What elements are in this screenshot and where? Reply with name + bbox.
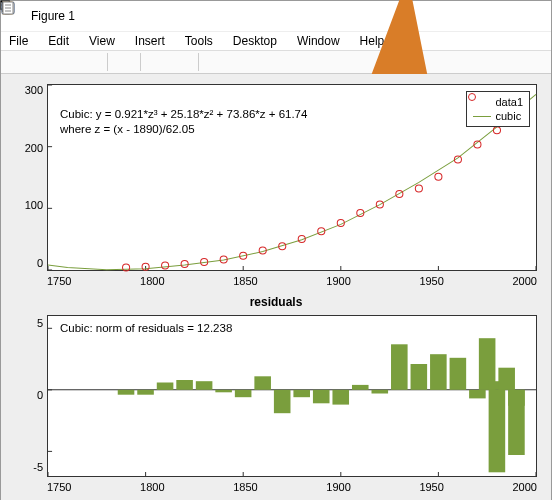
svg-rect-79: [332, 390, 349, 405]
svg-point-55: [493, 127, 500, 134]
xtick: 1750: [47, 275, 71, 287]
xtick: 2000: [512, 275, 536, 287]
svg-point-52: [435, 173, 442, 180]
svg-rect-69: [137, 390, 154, 395]
svg-point-38: [162, 262, 169, 269]
fit-equation-line1: Cubic: y = 0.921*z³ + 25.18*z² + 73.86*z…: [60, 107, 307, 122]
xtick: 1900: [326, 481, 350, 493]
xtick: 2000: [512, 481, 536, 493]
ytick: 100: [25, 199, 43, 211]
axes-residuals-xticks: 1750 1800 1850 1900 1950 2000: [47, 479, 537, 495]
ytick: 0: [37, 389, 43, 401]
svg-rect-76: [274, 390, 291, 413]
figure-window: Figure 1 File Edit View Insert Tools Des…: [0, 0, 552, 500]
axes-fit-yticks: 300 200 100 0: [17, 84, 43, 269]
fit-equation-annotation: Cubic: y = 0.921*z³ + 25.18*z² + 73.86*z…: [60, 107, 307, 137]
svg-rect-82: [391, 344, 408, 390]
svg-rect-81: [372, 390, 389, 394]
xtick: 1800: [140, 481, 164, 493]
legend[interactable]: data1 cubic: [466, 91, 530, 127]
svg-rect-80: [352, 385, 369, 390]
ytick: 300: [25, 84, 43, 96]
xtick: 1800: [140, 275, 164, 287]
toolbar: [1, 50, 551, 74]
xtick: 1950: [419, 275, 443, 287]
svg-point-39: [181, 261, 188, 268]
svg-rect-83: [411, 364, 428, 390]
svg-rect-73: [215, 390, 232, 393]
axes-fit-xticks: 1750 1800 1850 1900 1950 2000: [47, 273, 537, 289]
svg-point-36: [123, 264, 130, 271]
svg-rect-70: [157, 383, 174, 390]
svg-rect-92: [508, 390, 525, 406]
xtick: 1750: [47, 481, 71, 493]
svg-rect-91: [498, 368, 515, 390]
xtick: 1850: [233, 481, 257, 493]
svg-rect-68: [118, 390, 135, 395]
axes-fit-wrap: 300 200 100 0 Cubic: y = 0.921*z³ + 25.1…: [47, 84, 537, 269]
legend-entry-data1: data1: [473, 95, 523, 109]
axes-fit[interactable]: Cubic: y = 0.921*z³ + 25.18*z² + 73.86*z…: [47, 84, 537, 271]
axes-residuals[interactable]: Cubic: norm of residuals = 12.238: [47, 315, 537, 477]
svg-rect-87: [489, 390, 506, 473]
svg-rect-74: [235, 390, 252, 397]
svg-rect-72: [196, 381, 213, 390]
svg-rect-75: [254, 376, 271, 390]
svg-rect-77: [293, 390, 310, 397]
ytick: 5: [37, 317, 43, 329]
property-inspector-button[interactable]: [229, 51, 251, 73]
svg-point-57: [469, 94, 476, 101]
figure-area: 300 200 100 0 Cubic: y = 0.921*z³ + 25.1…: [1, 74, 551, 500]
svg-rect-84: [430, 354, 447, 390]
residuals-title: residuals: [15, 295, 537, 309]
xtick: 1850: [233, 275, 257, 287]
svg-rect-85: [450, 358, 467, 390]
svg-rect-86: [469, 390, 486, 399]
svg-rect-71: [176, 380, 193, 390]
axes-residuals-yticks: 5 0 -5: [23, 315, 43, 475]
axes-residuals-wrap: 5 0 -5 Cubic: norm of residuals = 12.238: [47, 315, 537, 475]
ytick: -5: [33, 461, 43, 473]
residuals-annotation: Cubic: norm of residuals = 12.238: [60, 322, 232, 334]
ytick: 200: [25, 142, 43, 154]
svg-point-51: [415, 185, 422, 192]
residuals-plot-svg: [48, 316, 536, 476]
svg-rect-78: [313, 390, 330, 404]
xtick: 1900: [326, 275, 350, 287]
xtick: 1950: [419, 481, 443, 493]
ytick: 0: [37, 257, 43, 269]
fit-equation-line2: where z = (x - 1890)/62.05: [60, 122, 307, 137]
